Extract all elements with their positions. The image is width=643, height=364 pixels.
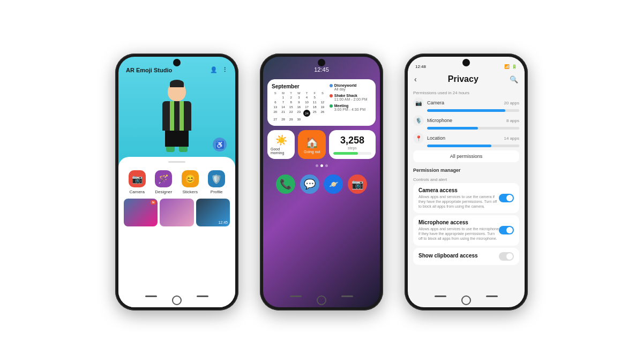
accessibility-badge[interactable]: ♿ [213, 138, 227, 151]
camera-label: Camera [130, 189, 145, 194]
mic-perm-name: Microphone [427, 118, 452, 123]
person-icon[interactable]: 👤 [210, 66, 218, 73]
nav-home[interactable] [317, 295, 326, 305]
loc-perm-count: 14 apps [504, 136, 519, 141]
nav-lines[interactable] [145, 295, 157, 297]
nav-back[interactable] [341, 295, 353, 297]
battery-icon: 🔋 [512, 64, 517, 69]
page-indicators [263, 161, 380, 170]
controls-label: Controls and alert [413, 177, 519, 182]
cal-day [303, 117, 311, 122]
mic-access-row: Microphone access Allows apps and servic… [418, 219, 514, 241]
stickers-icon: 😊 [182, 170, 199, 187]
profile-label: Profile [211, 189, 223, 194]
camera-access-desc: Allows apps and services to use the came… [418, 194, 499, 209]
emoji-body [158, 82, 196, 151]
dock-messages-icon[interactable]: 💬 [300, 175, 319, 194]
phone2-screen: 12:45 September S M T W T F S 1 2 3 [263, 57, 380, 307]
phone-privacy-settings: 12:48 📶 🔋 ‹ Privacy 🔍 Permissions used i… [405, 54, 528, 310]
emoji-hair [170, 80, 184, 87]
cal-day: 12 [319, 100, 326, 104]
nav-lines[interactable] [290, 295, 302, 297]
menu-stickers[interactable]: 😊 Stickers [182, 170, 199, 194]
loc-bar-fill [427, 145, 491, 147]
event-disneyworld: Disneyworld All day [330, 84, 371, 91]
mic-perm-icon: 🎙️ [413, 115, 424, 126]
cal-day [272, 95, 279, 100]
menu-camera[interactable]: 📷 Camera [129, 170, 146, 194]
home-icon: 🏠 [305, 136, 319, 149]
emoji-pants [165, 131, 189, 147]
thumbnail-1[interactable]: N [124, 199, 158, 226]
cal-header-t2: T [303, 92, 311, 95]
steps-widget[interactable]: 3,258 steps [329, 130, 376, 159]
cal-day: 21 [280, 110, 287, 117]
nav-home[interactable] [461, 295, 471, 305]
cal-day: 30 [295, 117, 303, 122]
cal-day: 26 [319, 110, 326, 117]
loc-perm-left: 📍 Location [413, 133, 445, 143]
camera-perm-left: 📷 Camera [413, 97, 444, 108]
dock-phone-icon[interactable]: 📞 [276, 175, 295, 194]
camera-bar-fill [427, 109, 505, 112]
cal-day [311, 117, 318, 122]
mic-perm-header: 🎙️ Microphone 8 apps [413, 115, 519, 126]
cal-day: 9 [295, 100, 303, 104]
loc-perm-header: 📍 Location 14 apps [413, 133, 519, 143]
cal-day: 3 [295, 95, 303, 100]
camera-icon: 📷 [129, 170, 146, 187]
event-disneyworld-text: Disneyworld All day [334, 84, 357, 91]
camera-access-toggle[interactable] [499, 194, 514, 202]
steps-label: steps [333, 146, 371, 150]
emoji-head [168, 82, 186, 101]
phone1-notch [173, 59, 181, 66]
mic-perm-left: 🎙️ Microphone [413, 115, 452, 126]
cal-day: 19 [319, 105, 326, 109]
search-button[interactable]: 🔍 [510, 75, 518, 84]
cal-day: 22 [287, 110, 295, 117]
time-label: 12:45 [218, 221, 228, 224]
cal-day: 27 [272, 117, 279, 122]
back-button[interactable]: ‹ [414, 75, 417, 84]
sun-icon: ☀️ [275, 134, 287, 146]
mic-perm-count: 8 apps [506, 118, 519, 123]
cal-day: 13 [272, 105, 279, 109]
nav-lines[interactable] [435, 295, 446, 297]
mic-access-desc: Allows apps and services to use the micr… [418, 226, 499, 241]
clipboard-toggle[interactable] [499, 252, 514, 261]
nav-back[interactable] [197, 295, 208, 297]
cal-day: 16 [295, 105, 303, 109]
thumbnail-2[interactable] [160, 199, 193, 226]
dock-samsung-icon[interactable]: 🪐 [324, 175, 343, 194]
all-permissions-button[interactable]: All permissions [413, 150, 519, 162]
nav-home[interactable] [172, 295, 182, 305]
event-meeting: Meeting 3:00 PM - 4:30 PM [330, 104, 371, 111]
phone1-screen: AR Emoji Studio 👤 ⋮ ♿ [118, 57, 235, 307]
permissions-section-label: Permissions used in 24 hours [413, 90, 519, 95]
cal-day: 6 [272, 100, 279, 104]
calendar-widget[interactable]: September S M T W T F S 1 2 3 4 5 [267, 79, 376, 126]
menu-profile[interactable]: 🛡️ Profile [208, 170, 225, 194]
camera-perm-name: Camera [427, 100, 444, 105]
event-meeting-text: Meeting 3:00 PM - 4:30 PM [334, 104, 365, 111]
going-out-widget[interactable]: 🏠 Going out [298, 130, 325, 159]
dock-camera-icon[interactable]: 📷 [348, 175, 367, 194]
nav-back[interactable] [486, 295, 498, 297]
emoji-character: ♿ [118, 77, 235, 157]
cal-day: 29 [287, 117, 295, 122]
cal-day: 8 [287, 100, 295, 104]
emoji-jacket [162, 101, 191, 131]
thumbnail-3[interactable]: 12:45 [196, 199, 230, 226]
camera-perm-icon: 📷 [413, 97, 424, 108]
more-icon[interactable]: ⋮ [222, 66, 228, 73]
designer-label: Designer [155, 189, 172, 194]
phone1-navbar [115, 295, 238, 305]
camera-access-name: Camera access [418, 187, 499, 193]
calendar-left: September S M T W T F S 1 2 3 4 5 [272, 84, 326, 122]
menu-designer[interactable]: 🪄 Designer [155, 170, 172, 194]
good-morning-widget[interactable]: ☀️ Good morning [267, 130, 295, 159]
phone2-notch [318, 59, 325, 66]
mic-access-toggle[interactable] [499, 226, 514, 234]
emoji-shoes [158, 147, 196, 152]
privacy-header: ‹ Privacy 🔍 [408, 71, 525, 87]
